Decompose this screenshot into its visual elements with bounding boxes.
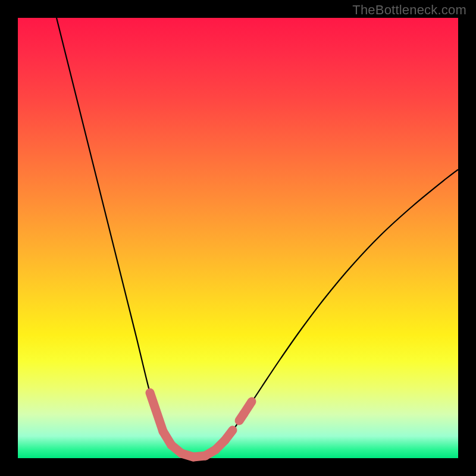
bottleneck-curve — [57, 18, 458, 457]
plot-area — [18, 18, 458, 458]
outer-frame: TheBottleneck.com — [0, 0, 476, 476]
watermark-text: TheBottleneck.com — [352, 2, 466, 18]
marker-segment — [225, 430, 233, 440]
marker-segment — [244, 402, 252, 414]
marker-segment — [150, 393, 163, 431]
curve-layer — [18, 18, 458, 458]
